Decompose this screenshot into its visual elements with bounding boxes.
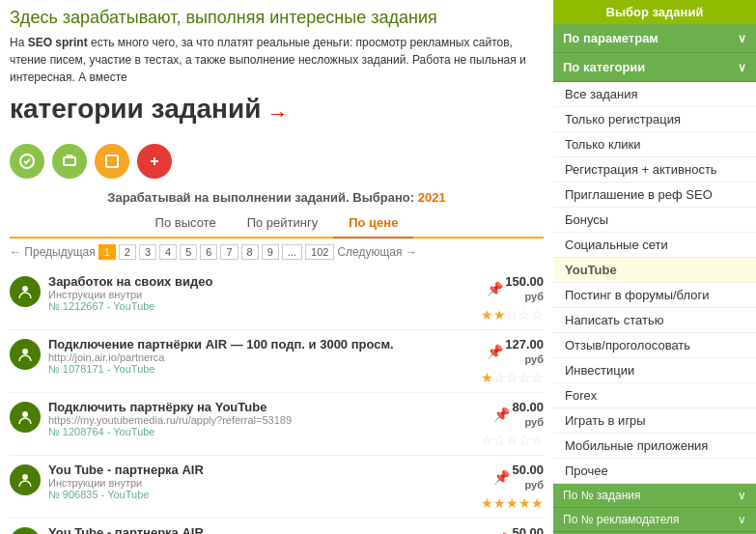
sidebar-category-item[interactable]: Отзыв/проголосовать — [553, 333, 756, 358]
task-title[interactable]: Заработок на своих видео — [48, 274, 468, 289]
star-icon: ☆ — [493, 370, 506, 385]
page-1[interactable]: 1 — [98, 244, 116, 260]
task-body: Заработок на своих видео Инструкции внут… — [48, 274, 468, 312]
page-dots: ... — [282, 244, 302, 260]
star-icon: ☆ — [481, 433, 493, 448]
sidebar-category-item[interactable]: Постинг в форумы/блоги — [553, 283, 756, 308]
header-desc-after: есть много чего, за что платят реальные … — [10, 36, 526, 84]
page-7[interactable]: 7 — [220, 244, 238, 260]
task-right: 📌 80.00руб ☆☆☆☆☆ — [476, 400, 544, 448]
sidebar-category-item[interactable]: Инвестиции — [553, 358, 756, 383]
svg-point-6 — [22, 474, 28, 480]
sidebar-category-item[interactable]: Играть в игры — [553, 408, 756, 434]
star-icon: ☆ — [518, 307, 531, 323]
sidebar-category-item[interactable]: Прочее — [553, 459, 756, 484]
page-6[interactable]: 6 — [200, 244, 217, 260]
task-stars: ★☆☆☆☆ — [481, 370, 544, 385]
pin-icon: 📌 — [493, 407, 510, 422]
sidebar-category-menu: Все заданияТолько регистрацияТолько клик… — [553, 82, 756, 484]
sort-tab-price[interactable]: По цене — [333, 212, 413, 239]
star-icon: ★ — [531, 495, 544, 511]
task-price: 50.00руб — [512, 463, 544, 492]
star-icon: ★ — [506, 495, 518, 511]
star-icon: ★ — [481, 495, 493, 511]
task-icon — [10, 402, 41, 433]
page-8[interactable]: 8 — [241, 244, 259, 260]
star-icon: ☆ — [531, 370, 544, 385]
task-id: № 1212667 - YouTube — [48, 300, 468, 312]
task-title[interactable]: You Tube - партнерка AIR — [48, 463, 468, 477]
task-right: 📌 150.00руб ★★☆☆☆ — [476, 274, 544, 323]
task-body: You Tube - партнерка AIR Инструкции внут… — [48, 525, 468, 534]
task-right: 📌 50.00руб ★★★★★ — [476, 463, 544, 511]
star-icon: ☆ — [493, 433, 506, 448]
sidebar-category-item[interactable]: Только регистрация — [553, 107, 756, 132]
sidebar-by-category[interactable]: По категории ∨ — [553, 53, 756, 82]
sidebar-category-item[interactable]: YouTube — [553, 258, 756, 283]
sort-tab-rating[interactable]: По рейтингу — [232, 212, 334, 233]
chevron-down-icon-3: ∨ — [738, 489, 746, 502]
chevron-down-icon-4: ∨ — [738, 513, 746, 526]
svg-point-5 — [22, 411, 28, 417]
star-icon: ☆ — [531, 307, 544, 323]
task-body: Подключить партнёрку на YouTube https://… — [48, 400, 468, 437]
pagination-prev[interactable]: ← Предыдущая — [10, 245, 96, 259]
task-list: Заработок на своих видео Инструкции внут… — [10, 267, 544, 534]
star-icon: ☆ — [506, 307, 518, 323]
page-last[interactable]: 102 — [305, 244, 334, 260]
pin-icon: 📌 — [487, 281, 503, 296]
brand-name: SEO sprint — [28, 36, 88, 49]
page-title: Здесь зарабатывают, выполняя интересные … — [10, 8, 544, 28]
sidebar-category-item[interactable]: Регистрация + активность — [553, 157, 756, 183]
task-item: Заработок на своих видео Инструкции внут… — [10, 267, 544, 330]
task-currency: руб — [525, 291, 545, 302]
sidebar-category-item[interactable]: Все задания — [553, 82, 756, 107]
page-4[interactable]: 4 — [159, 244, 177, 260]
sidebar-category-item[interactable]: Написать статью — [553, 308, 756, 333]
page-2[interactable]: 2 — [119, 244, 136, 260]
icon-btn-4[interactable] — [137, 144, 172, 179]
svg-point-4 — [22, 349, 28, 354]
task-item: Подключение партнёрки AIR — 100 подп. и … — [10, 330, 544, 393]
sidebar-by-params[interactable]: По параметрам ∨ — [553, 24, 756, 53]
icon-btn-3[interactable] — [95, 144, 129, 179]
sidebar-category-item[interactable]: Приглашение в реф SEO — [553, 183, 756, 208]
task-item: You Tube - партнерка AIR Инструкции внут… — [10, 456, 544, 519]
task-icon — [10, 464, 41, 495]
task-icon — [10, 276, 41, 307]
task-icon — [10, 339, 41, 370]
sidebar-category-item[interactable]: Только клики — [553, 132, 756, 157]
svg-point-3 — [22, 286, 28, 292]
task-title[interactable]: You Tube - партнерка AIR — [48, 525, 468, 534]
sidebar-category-item[interactable]: Бонусы — [553, 208, 756, 233]
page-3[interactable]: 3 — [139, 244, 156, 260]
task-currency: руб — [525, 353, 545, 365]
star-icon: ☆ — [506, 370, 518, 385]
sort-tab-height[interactable]: По высоте — [140, 212, 232, 233]
task-right: 📌 50.00руб ☆☆☆☆☆ — [476, 525, 544, 534]
task-title[interactable]: Подключить партнёрку на YouTube — [48, 400, 468, 414]
arrow-icon: → — [266, 101, 288, 126]
star-icon: ★ — [481, 370, 493, 385]
task-url: https://my.youtubemedia.ru/ru/apply?refe… — [48, 414, 468, 426]
sidebar-category-item[interactable]: Мобильные приложения — [553, 434, 756, 459]
sidebar-category-item[interactable]: Социальные сети — [553, 233, 756, 258]
star-icon: ☆ — [518, 433, 531, 448]
task-id: № 1208764 - YouTube — [48, 426, 468, 437]
sidebar-category-item[interactable]: Forex — [553, 383, 756, 408]
icon-btn-2[interactable] — [52, 144, 87, 179]
pagination-next[interactable]: Следующая → — [337, 245, 416, 259]
star-icon: ☆ — [506, 433, 518, 448]
icon-buttons-row — [10, 144, 544, 179]
star-icon: ☆ — [531, 433, 544, 448]
sidebar-by-task-num[interactable]: По № задания ∨ — [553, 484, 756, 508]
task-title[interactable]: Подключение партнёрки AIR — 100 подп. и … — [48, 337, 468, 351]
page-9[interactable]: 9 — [262, 244, 279, 260]
sidebar-by-advertiser[interactable]: По № рекламодателя ∨ — [553, 508, 756, 532]
task-price: 50.00руб — [512, 525, 544, 534]
star-icon: ★ — [518, 495, 531, 511]
task-item: You Tube - партнерка AIR Инструкции внут… — [10, 519, 544, 534]
page-5[interactable]: 5 — [180, 244, 197, 260]
icon-btn-1[interactable] — [10, 144, 44, 179]
earn-label: Зарабатывай на выполнении заданий. Выбра… — [10, 190, 544, 205]
